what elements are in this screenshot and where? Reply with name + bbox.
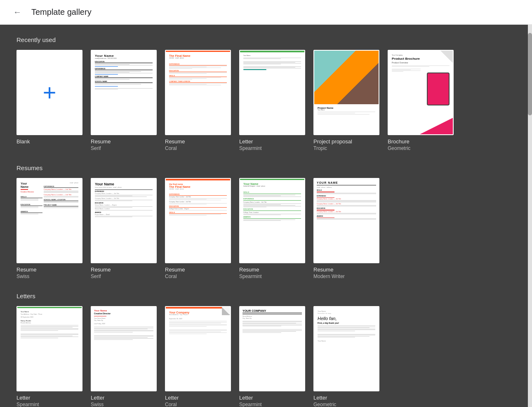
template-name-letter-spearmint-recent: Letter [239,138,305,145]
coral-section1: Experience [169,63,227,65]
spear-name: Your Name [243,182,301,185]
template-thumb-resume-swiss[interactable]: YourName Creative Director Skills Educat… [16,178,82,263]
template-thumb-blank[interactable]: + [16,50,82,135]
template-letter-geometric[interactable]: Your Name Somewhere far away Hello fan, … [313,306,379,407]
template-subname-resume-coral-recent: Coral [165,145,231,151]
template-thumb-resume-modern[interactable]: YOUR NAME email · phone · address SKILLS… [313,178,379,263]
mw-section2: EXPERIENCE [317,195,376,197]
template-name-resume-spearmint: Resume [239,267,305,273]
template-thumb-resume-serif-recent[interactable]: Your Name email@email.com · 555-555-5555… [91,50,157,135]
coral-name: The Final Name [169,54,227,57]
resumes-grid: YourName Creative Director Skills Educat… [16,178,516,279]
template-project-tropic[interactable]: Project Name Your Name Project proposal … [313,50,379,151]
serif2-awards: Awards [95,212,153,213]
template-letter-spearmint3[interactable]: YOUR COMPANY Street Address City, State … [239,306,305,407]
spear-body: Skills Experience Company Name, Location… [240,189,304,223]
mw-section3: EDUCATION [317,208,376,209]
back-button[interactable]: ← [10,4,25,20]
template-letter-coral[interactable]: Your Company Street Address · City · Pho… [165,306,231,407]
lst-company: YOUR COMPANY [242,309,302,313]
header: ← Template gallery [0,0,532,25]
template-subname-resume-serif2: Serif [91,274,157,279]
section-title-recently-used: Recently used [16,36,516,43]
scrollbar-track[interactable] [528,25,532,407]
spear-section3: Education [243,208,301,210]
template-thumb-letter-coral[interactable]: Your Company Street Address · City · Pho… [165,306,231,391]
swiss-red-line [21,189,28,190]
template-brochure-geo[interactable]: Your Company Product Brochure Product Ov… [388,50,454,151]
coral-body: Experience Education Skills Company Team… [166,61,230,87]
template-thumb-letter-spearmint-recent[interactable]: Your Name [239,50,305,135]
serif-section: Education [95,61,153,63]
template-thumb-resume-coral-recent[interactable]: The Final Name Job title · email · phone… [165,50,231,135]
serif-section2: Experience [95,68,153,70]
section-title-letters: Letters [16,292,516,299]
swiss-name: YourName [21,182,42,188]
template-resume-modern[interactable]: YOUR NAME email · phone · address SKILLS… [313,178,379,279]
template-subname-resume-swiss: Swiss [16,274,82,279]
template-thumb-resume-coral2[interactable]: the final name The Final Name Job title … [165,178,231,263]
template-resume-spearmint[interactable]: Your Name Industrial Designer · email · … [239,178,305,279]
mw-section4: AWARDS [317,215,376,217]
template-thumb-brochure-geo[interactable]: Your Company Product Brochure Product Ov… [388,50,454,135]
template-name-blank: Blank [16,138,82,145]
template-name-letter-spearmint3: Letter [239,395,305,401]
spear-section2: Experience [243,198,301,200]
section-recently-used: Recently used + Blank Your Name email@em… [16,36,516,151]
template-resume-coral2[interactable]: the final name The Final Name Job title … [165,178,231,279]
template-thumb-project-tropic[interactable]: Project Name Your Name [313,50,379,135]
lg-from: Your Name [318,310,375,312]
geo-overview: Product Overview [392,61,450,64]
template-thumb-letter-geometric[interactable]: Your Name Somewhere far away Hello fan, … [313,306,379,391]
tropic-info: Project Name Your Name [314,104,379,118]
coral-section4: Company Team London [169,80,227,83]
doc-line [95,66,118,67]
template-resume-serif-recent[interactable]: Your Name email@email.com · 555-555-5555… [91,50,157,151]
recently-used-grid: + Blank Your Name email@email.com · 555-… [16,50,516,151]
geo-phone-screen [428,73,449,105]
serif2-name: Your Name [95,182,153,186]
mw-section1: SKILLS [317,189,376,191]
swiss-proj-head: Project Name [44,204,78,206]
coral2-name: The Final Name [169,185,227,188]
template-thumb-resume-spearmint[interactable]: Your Name Industrial Designer · email · … [239,178,305,263]
swiss-school-head: School Name, Location [44,199,78,201]
section-resumes: Resumes YourName Creative Director Skill… [16,164,516,279]
swiss-exp-head: Experience [44,185,78,188]
geo-brochure-title: Product Brochure [392,57,450,61]
template-subname-letter-spearmint2: Spearmint [16,402,82,407]
template-thumb-letter-spearmint3[interactable]: YOUR COMPANY Street Address City, State … [239,306,305,391]
lg-dear: First, a big thank you! [318,322,375,324]
lsw-name: Creative Director [94,312,153,315]
template-blank[interactable]: + Blank [16,50,82,151]
lc-header: Your Company Street Address · City · Pho… [166,307,230,317]
template-letter-swiss[interactable]: Your Name Creative Director Your Street … [91,306,157,407]
geo-phone-mockup [427,73,450,105]
scrollbar-thumb[interactable] [528,33,532,115]
page-title: Template gallery [31,7,92,17]
geo-company: Your Company [392,54,450,56]
serif2-contact: lorem ipsum dolor sit amet · email · pho… [95,187,153,188]
geo-text-area [392,68,421,72]
template-thumb-resume-serif2[interactable]: Your Name lorem ipsum dolor sit amet · e… [91,178,157,263]
template-subname-letter-coral: Coral [165,402,231,407]
template-resume-swiss[interactable]: YourName Creative Director Skills Educat… [16,178,82,279]
template-name-project-tropic: Project proposal [313,138,379,145]
template-name-letter-coral: Letter [165,395,231,401]
coral-subtitle: Job title · email · phone [169,57,227,59]
letters-grid: Your Name Your Address · City, State · P… [16,306,516,407]
mw-name: YOUR NAME [317,181,376,185]
template-name-resume-serif2: Resume [91,267,157,273]
template-resume-serif2[interactable]: Your Name lorem ipsum dolor sit amet · e… [91,178,157,279]
serif-contact: email@email.com · 555-555-5555 [95,58,153,59]
template-letter-spearmint2[interactable]: Your Name Your Address · City, State · P… [16,306,82,407]
template-letter-spearmint-recent[interactable]: Your Name [239,50,305,151]
mw-contact: email · phone · address [317,187,376,188]
lg-signature: Your Name [318,340,375,342]
lsw-red-name: Your Name [94,309,153,312]
template-thumb-letter-spearmint2[interactable]: Your Name Your Address · City, State · P… [16,306,82,391]
template-resume-coral-recent[interactable]: The Final Name Job title · email · phone… [165,50,231,151]
template-subname-letter-spearmint-recent: Spearmint [239,145,305,151]
template-name-letter-geometric: Letter [313,395,379,401]
template-thumb-letter-swiss[interactable]: Your Name Creative Director Your Street … [91,306,157,391]
